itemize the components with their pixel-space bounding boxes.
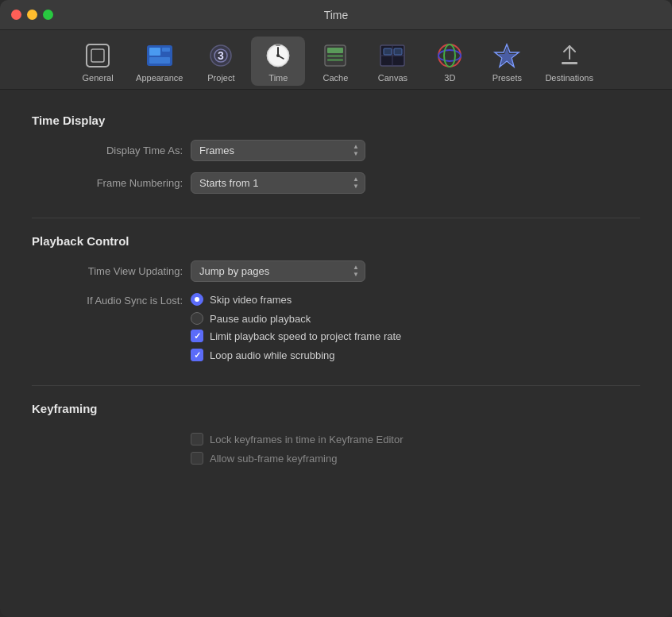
loop-audio-checkbox[interactable] bbox=[191, 349, 203, 361]
loop-audio-label: Loop audio while scrubbing bbox=[210, 349, 335, 361]
time-view-wrapper: Jump by pages Scroll continuously No aut… bbox=[191, 260, 365, 282]
toolbar-item-cache[interactable]: Cache bbox=[308, 37, 362, 86]
toolbar-item-presets[interactable]: Presets bbox=[480, 37, 534, 86]
display-time-label: Display Time As: bbox=[32, 145, 191, 156]
toolbar-item-general[interactable]: General bbox=[71, 37, 125, 86]
radio-pause-audio-label: Pause audio playback bbox=[210, 313, 311, 325]
canvas-label: Canvas bbox=[378, 73, 407, 83]
cache-icon bbox=[321, 41, 350, 70]
svg-rect-5 bbox=[149, 57, 170, 64]
audio-sync-row: If Audio Sync is Lost: Skip video frames… bbox=[32, 293, 640, 361]
sub-frame-label: Allow sub-frame keyframing bbox=[210, 453, 337, 465]
frame-numbering-label: Frame Numbering: bbox=[32, 177, 191, 189]
general-label: General bbox=[82, 73, 113, 83]
radio-group: Skip video frames Pause audio playback bbox=[191, 293, 401, 325]
time-icon bbox=[264, 41, 292, 70]
svg-point-26 bbox=[444, 44, 455, 67]
keyframing-section: Keyframing Lock keyframes in time in Key… bbox=[32, 402, 640, 465]
destinations-label: Destinations bbox=[545, 73, 593, 83]
frame-numbering-select[interactable]: Starts from 0 Starts from 1 bbox=[191, 172, 365, 194]
toolbar-item-project[interactable]: 3 Project bbox=[194, 37, 248, 86]
time-view-row: Time View Updating: Jump by pages Scroll… bbox=[32, 260, 640, 282]
presets-label: Presets bbox=[492, 73, 522, 83]
svg-rect-23 bbox=[394, 48, 402, 55]
radio-skip-frames-input[interactable] bbox=[191, 293, 203, 306]
radio-skip-frames-label: Skip video frames bbox=[210, 294, 292, 306]
time-display-section: Time Display Display Time As: Frames Tim… bbox=[32, 114, 640, 194]
radio-skip-frames[interactable]: Skip video frames bbox=[191, 293, 401, 306]
svg-point-25 bbox=[438, 50, 461, 61]
checkbox-sub-frame[interactable]: Allow sub-frame keyframing bbox=[191, 452, 403, 465]
svg-rect-22 bbox=[384, 48, 392, 55]
appearance-label: Appearance bbox=[136, 73, 183, 83]
playback-checkboxes: Limit playback speed to project frame ra… bbox=[191, 330, 401, 361]
checkbox-limit-playback[interactable]: Limit playback speed to project frame ra… bbox=[191, 330, 401, 342]
cache-label: Cache bbox=[322, 73, 348, 83]
toolbar: General Appearance 3 bbox=[0, 30, 672, 90]
maximize-button[interactable] bbox=[43, 10, 53, 20]
svg-point-24 bbox=[438, 44, 461, 67]
3d-label: 3D bbox=[444, 73, 455, 83]
project-icon: 3 bbox=[207, 41, 235, 70]
display-time-row: Display Time As: Frames Timecode Samples… bbox=[32, 140, 640, 161]
general-icon bbox=[83, 41, 112, 70]
frame-numbering-wrapper: Starts from 0 Starts from 1 ▲ ▼ bbox=[191, 172, 365, 194]
appearance-icon bbox=[145, 41, 174, 70]
minimize-button[interactable] bbox=[27, 10, 37, 20]
svg-rect-16 bbox=[327, 48, 343, 53]
time-display-title: Time Display bbox=[32, 114, 640, 127]
svg-rect-14 bbox=[276, 44, 280, 46]
svg-rect-0 bbox=[87, 44, 109, 67]
radio-pause-audio[interactable]: Pause audio playback bbox=[191, 312, 401, 325]
svg-point-13 bbox=[276, 54, 280, 57]
sub-frame-checkbox[interactable] bbox=[191, 452, 203, 465]
window-title: Time bbox=[324, 9, 349, 21]
audio-sync-label: If Audio Sync is Lost: bbox=[32, 293, 191, 307]
toolbar-item-canvas[interactable]: Canvas bbox=[365, 37, 419, 86]
close-button[interactable] bbox=[11, 10, 21, 20]
svg-rect-1 bbox=[91, 49, 104, 62]
frame-numbering-row: Frame Numbering: Starts from 0 Starts fr… bbox=[32, 172, 640, 194]
display-time-wrapper: Frames Timecode Samples ▲ ▼ bbox=[191, 140, 365, 161]
presets-icon bbox=[492, 41, 521, 70]
title-bar: Time bbox=[0, 0, 672, 30]
audio-sync-controls: Skip video frames Pause audio playback L… bbox=[191, 293, 401, 361]
traffic-lights bbox=[11, 10, 53, 20]
checkbox-loop-audio[interactable]: Loop audio while scrubbing bbox=[191, 349, 401, 361]
svg-rect-18 bbox=[327, 59, 343, 61]
playback-control-section: Playback Control Time View Updating: Jum… bbox=[32, 234, 640, 361]
svg-text:3: 3 bbox=[218, 49, 224, 62]
lock-keyframes-label: Lock keyframes in time in Keyframe Edito… bbox=[210, 434, 403, 445]
radio-pause-audio-input[interactable] bbox=[191, 312, 203, 325]
display-time-select[interactable]: Frames Timecode Samples bbox=[191, 140, 365, 161]
svg-rect-17 bbox=[327, 55, 343, 57]
lock-keyframes-checkbox[interactable] bbox=[191, 433, 203, 445]
content-area: Time Display Display Time As: Frames Tim… bbox=[0, 90, 672, 617]
time-view-select[interactable]: Jump by pages Scroll continuously No aut… bbox=[191, 260, 365, 282]
keyframing-title: Keyframing bbox=[32, 402, 640, 415]
destinations-icon bbox=[555, 41, 584, 70]
3d-icon bbox=[435, 41, 464, 70]
keyframing-row: Lock keyframes in time in Keyframe Edito… bbox=[32, 428, 640, 465]
canvas-icon bbox=[378, 41, 407, 70]
svg-rect-27 bbox=[562, 62, 577, 64]
time-label: Time bbox=[268, 73, 288, 83]
svg-rect-3 bbox=[149, 48, 160, 56]
toolbar-item-appearance[interactable]: Appearance bbox=[128, 37, 191, 86]
keyframing-checkboxes: Lock keyframes in time in Keyframe Edito… bbox=[191, 433, 403, 465]
window: Time General Appearan bbox=[0, 0, 672, 617]
toolbar-item-destinations[interactable]: Destinations bbox=[537, 37, 601, 86]
separator-1 bbox=[32, 218, 640, 218]
playback-control-title: Playback Control bbox=[32, 234, 640, 248]
project-label: Project bbox=[207, 73, 234, 83]
limit-playback-checkbox[interactable] bbox=[191, 330, 203, 342]
toolbar-item-time[interactable]: Time bbox=[251, 37, 305, 86]
checkbox-lock-keyframes[interactable]: Lock keyframes in time in Keyframe Edito… bbox=[191, 433, 403, 445]
svg-rect-4 bbox=[162, 48, 170, 52]
limit-playback-label: Limit playback speed to project frame ra… bbox=[210, 330, 401, 342]
toolbar-item-3d[interactable]: 3D bbox=[423, 37, 477, 86]
time-view-label: Time View Updating: bbox=[32, 265, 191, 277]
separator-2 bbox=[32, 385, 640, 386]
